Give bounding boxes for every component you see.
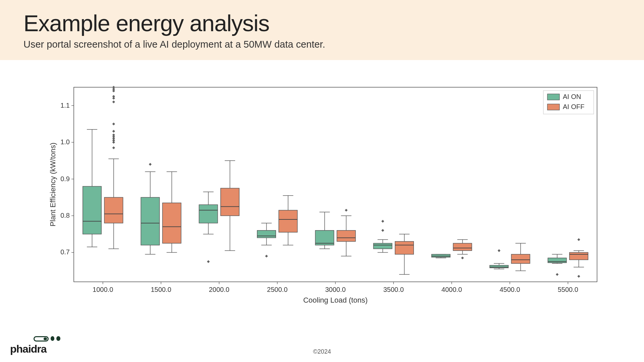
svg-rect-65 [373,243,392,249]
svg-text:2000.0: 2000.0 [209,286,229,293]
svg-rect-83 [548,258,566,263]
logo-dot-icon [51,336,55,341]
svg-text:3500.0: 3500.0 [383,286,404,293]
logo-dot-icon [56,336,60,341]
slide-subtitle: User portal screenshot of a live AI depl… [23,39,621,50]
svg-text:4000.0: 4000.0 [441,286,462,293]
svg-rect-71 [432,254,450,257]
svg-rect-101 [221,188,239,216]
svg-rect-89 [104,197,123,223]
svg-text:4500.0: 4500.0 [499,286,520,293]
slide-title: Example energy analysis [23,10,621,36]
svg-rect-107 [279,210,297,232]
svg-rect-95 [162,203,181,243]
svg-text:5500.0: 5500.0 [558,286,578,293]
svg-rect-140 [547,94,559,100]
svg-text:3000.0: 3000.0 [325,286,345,293]
svg-text:1.0: 1.0 [60,138,70,146]
svg-text:AI OFF: AI OFF [563,103,584,110]
svg-text:AI ON: AI ON [563,93,581,100]
svg-text:2500.0: 2500.0 [267,286,287,293]
svg-text:0.9: 0.9 [60,175,70,183]
svg-text:0.8: 0.8 [60,212,70,219]
logo-pill-icon [34,336,49,342]
svg-rect-142 [547,104,559,110]
svg-rect-47 [199,205,217,223]
svg-text:1.1: 1.1 [60,102,70,109]
svg-text:1000.0: 1000.0 [93,286,113,293]
copyright-footer: ©2024 [0,348,644,355]
svg-rect-0 [74,87,597,282]
svg-rect-113 [337,230,355,242]
svg-rect-41 [141,197,159,245]
svg-rect-137 [570,252,588,260]
svg-rect-119 [395,242,414,254]
svg-text:Cooling Load (tons): Cooling Load (tons) [303,296,368,304]
svg-text:Plant Efficiency (kW/tons): Plant Efficiency (kW/tons) [49,143,57,226]
svg-rect-131 [511,254,530,263]
slide-header: Example energy analysis User portal scre… [0,0,644,60]
svg-rect-35 [83,186,101,234]
svg-text:0.7: 0.7 [60,248,70,256]
svg-text:1500.0: 1500.0 [151,286,171,293]
svg-rect-77 [490,265,508,268]
svg-rect-125 [453,243,472,251]
svg-rect-59 [315,230,334,245]
boxplot-chart: 0.70.80.91.01.1Plant Efficiency (kW/tons… [47,81,610,309]
svg-rect-53 [257,230,276,238]
